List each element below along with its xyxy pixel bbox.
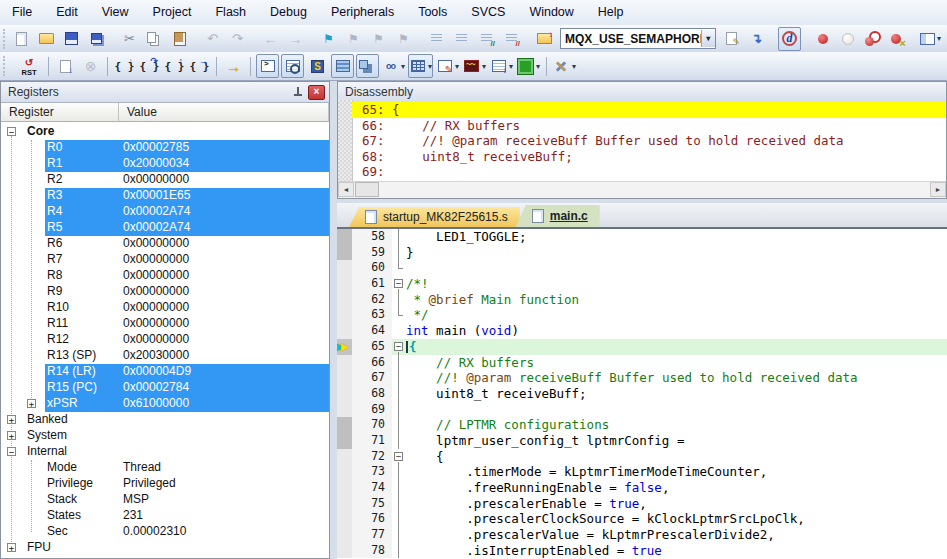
breakpoint-gutter[interactable] bbox=[337, 433, 352, 449]
serial-window-button[interactable]: ▾ bbox=[435, 54, 460, 78]
code-line-73[interactable]: 73 .timerMode = kLptmrTimerModeTimeCount… bbox=[337, 464, 947, 480]
disassembly-current-line[interactable]: 65: { bbox=[352, 102, 946, 118]
serial-window-dropdown-icon[interactable]: ▾ bbox=[455, 62, 459, 71]
register-row-r9[interactable]: R90x00000000 bbox=[1, 284, 329, 300]
register-row-system[interactable]: +System bbox=[1, 428, 329, 444]
redo-button[interactable] bbox=[226, 27, 249, 51]
tab-startup-mk82f25615-s[interactable]: startup_MK82F25615.s bbox=[349, 207, 520, 227]
expand-icon[interactable]: + bbox=[27, 399, 36, 408]
register-row-r3[interactable]: R30x00001E65 bbox=[1, 188, 329, 204]
windows-layout-dropdown-icon[interactable]: ▾ bbox=[937, 34, 941, 43]
cut-button[interactable] bbox=[118, 27, 141, 51]
save-all-button[interactable] bbox=[85, 27, 108, 51]
callstack-window-button[interactable] bbox=[356, 54, 379, 78]
column-header-value[interactable]: Value bbox=[119, 103, 329, 122]
code-line-69[interactable]: 69 bbox=[337, 402, 947, 418]
code-line-62[interactable]: 62 * @brief Main function bbox=[337, 292, 947, 308]
menu-debug[interactable]: Debug bbox=[258, 0, 319, 25]
expand-icon[interactable]: + bbox=[7, 543, 16, 552]
menu-file[interactable]: File bbox=[0, 0, 44, 25]
bookmark-next-button[interactable] bbox=[367, 27, 390, 51]
watch-window-button[interactable]: ▾ bbox=[381, 54, 406, 78]
code-line-76[interactable]: 76 .prescalerClockSource = kClockLptmrSr… bbox=[337, 511, 947, 527]
system-viewer-button[interactable]: ▾ bbox=[516, 54, 541, 78]
code-line-59[interactable]: 59} bbox=[337, 245, 947, 261]
indent-right-button[interactable] bbox=[450, 27, 473, 51]
tools-menu-dropdown-icon[interactable]: ▾ bbox=[572, 62, 576, 71]
breakpoint-gutter[interactable] bbox=[337, 245, 352, 261]
breakpoint-gutter[interactable] bbox=[337, 292, 352, 308]
register-row-sec[interactable]: Sec0.00002310 bbox=[1, 524, 329, 540]
register-row-mode[interactable]: ModeThread bbox=[1, 460, 329, 476]
paste-button[interactable] bbox=[168, 27, 191, 51]
toolbar-drag-handle[interactable] bbox=[3, 29, 5, 49]
breakpoint-gutter[interactable] bbox=[337, 402, 352, 418]
register-row-r12[interactable]: R120x00000000 bbox=[1, 332, 329, 348]
breakpoint-gutter[interactable] bbox=[337, 260, 352, 276]
run-button[interactable] bbox=[54, 54, 77, 78]
disassembly-content[interactable]: 65: {66: // RX buffers67: //! @param rec… bbox=[352, 102, 946, 180]
save-button[interactable] bbox=[60, 27, 83, 51]
reset-button[interactable]: RST bbox=[15, 54, 43, 78]
code-line-60[interactable]: 60 bbox=[337, 260, 947, 276]
register-row-privilege[interactable]: PrivilegePrivileged bbox=[1, 476, 329, 492]
register-row-stack[interactable]: StackMSP bbox=[1, 492, 329, 508]
register-row-r5[interactable]: R50x00002A74 bbox=[1, 220, 329, 236]
memory-window-button[interactable]: ▾ bbox=[408, 54, 433, 78]
memory-window-dropdown-icon[interactable]: ▾ bbox=[428, 62, 432, 71]
fold-collapse-icon[interactable]: − bbox=[392, 339, 406, 355]
run-to-line-button[interactable] bbox=[188, 54, 211, 78]
bookmark-clear-button[interactable] bbox=[392, 27, 415, 51]
open-file-button[interactable] bbox=[35, 27, 58, 51]
menu-svcs[interactable]: SVCS bbox=[459, 0, 517, 25]
code-line-71[interactable]: 71 lptmr_user_config_t lptmrConfig = bbox=[337, 433, 947, 449]
bookmark-prev-button[interactable] bbox=[342, 27, 365, 51]
register-row-r7[interactable]: R70x00000000 bbox=[1, 252, 329, 268]
breakpoint-gutter[interactable] bbox=[337, 355, 352, 371]
breakpoint-gutter[interactable] bbox=[337, 464, 352, 480]
register-row-banked[interactable]: +Banked bbox=[1, 412, 329, 428]
symbol-window-button[interactable] bbox=[306, 54, 329, 78]
register-row-xpsr[interactable]: +xPSR0x61000000 bbox=[1, 396, 329, 412]
breakpoint-insert-button[interactable] bbox=[811, 27, 834, 51]
breakpoint-gutter[interactable] bbox=[337, 323, 352, 339]
code-line-74[interactable]: 74 .freeRunningEnable = false, bbox=[337, 480, 947, 496]
scroll-right-icon[interactable]: ► bbox=[930, 182, 946, 197]
windows-layout-button[interactable]: ▾ bbox=[919, 27, 942, 51]
step-button[interactable] bbox=[113, 54, 136, 78]
breakpoint-gutter[interactable] bbox=[337, 496, 352, 512]
code-line-66[interactable]: 66 // RX buffers bbox=[337, 355, 947, 371]
disassembly-line[interactable]: 69: bbox=[352, 164, 946, 180]
menu-flash[interactable]: Flash bbox=[203, 0, 258, 25]
code-line-72[interactable]: 72− { bbox=[337, 449, 947, 465]
watch-window-dropdown-icon[interactable]: ▾ bbox=[401, 62, 405, 71]
system-viewer-dropdown-icon[interactable]: ▾ bbox=[536, 62, 540, 71]
breakpoint-gutter[interactable] bbox=[337, 229, 352, 245]
uncomment-selection-button[interactable] bbox=[500, 27, 523, 51]
register-row-internal[interactable]: −Internal bbox=[1, 444, 329, 460]
expand-icon[interactable]: + bbox=[7, 415, 16, 424]
menu-window[interactable]: Window bbox=[517, 0, 585, 25]
horizontal-scrollbar[interactable]: ◄ ► bbox=[338, 181, 946, 198]
collapse-icon[interactable]: − bbox=[7, 447, 16, 456]
collapse-icon[interactable]: − bbox=[7, 127, 16, 136]
bookmark-toggle-button[interactable] bbox=[317, 27, 340, 51]
code-editor[interactable]: 58 LED1_TOGGLE;59}6061−/*!62 * @brief Ma… bbox=[337, 229, 947, 559]
code-line-63[interactable]: 63 */ bbox=[337, 307, 947, 323]
pin-icon[interactable] bbox=[292, 86, 303, 98]
debug-session-button[interactable] bbox=[778, 27, 801, 51]
register-row-fpu[interactable]: +FPU bbox=[1, 540, 329, 556]
tab-main-c[interactable]: main.c bbox=[516, 205, 600, 227]
breakpoint-gutter[interactable] bbox=[337, 527, 352, 543]
disassembly-line[interactable]: 68: uint8_t receiveBuff; bbox=[352, 149, 946, 165]
load-application-button[interactable] bbox=[533, 27, 556, 51]
register-row-r2[interactable]: R20x00000000 bbox=[1, 172, 329, 188]
register-row-r4[interactable]: R40x00002A74 bbox=[1, 204, 329, 220]
nav-back-button[interactable] bbox=[259, 27, 282, 51]
column-header-register[interactable]: Register bbox=[1, 103, 119, 122]
disassembly-line[interactable]: 67: //! @param receiveBuff Buffer used t… bbox=[352, 133, 946, 149]
analysis-window-button[interactable]: ▾ bbox=[462, 54, 487, 78]
breakpoint-gutter[interactable] bbox=[337, 543, 352, 559]
nav-forward-button[interactable] bbox=[284, 27, 307, 51]
breakpoint-gutter[interactable] bbox=[337, 307, 352, 323]
